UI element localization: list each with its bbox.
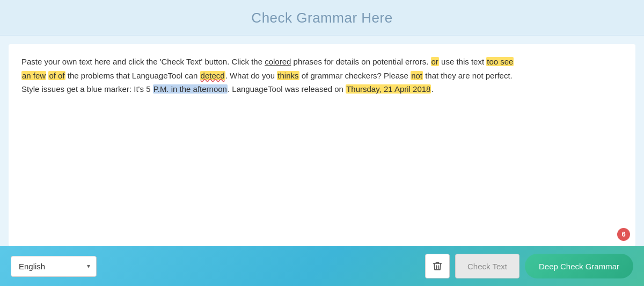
language-select-wrapper[interactable]: English German French Spanish Italian ▾ bbox=[11, 256, 97, 277]
highlight-detecd[interactable]: detecd bbox=[200, 71, 225, 80]
highlight-or[interactable]: or bbox=[431, 57, 439, 66]
trash-icon bbox=[432, 261, 443, 271]
highlight-of-of[interactable]: of of bbox=[48, 71, 65, 80]
grammar-text: Paste your own text here and click the '… bbox=[21, 55, 623, 96]
delete-button[interactable] bbox=[425, 254, 450, 278]
highlight-date[interactable]: Thursday, 21 April 2018 bbox=[346, 84, 431, 94]
deep-check-button[interactable]: Deep Check Grammar bbox=[525, 254, 633, 278]
text-area[interactable]: Paste your own text here and click the '… bbox=[9, 44, 635, 246]
highlight-too-see[interactable]: too see bbox=[486, 57, 514, 66]
highlight-an-few[interactable]: an few bbox=[21, 71, 46, 80]
toolbar-right: Check Text Deep Check Grammar bbox=[425, 254, 633, 278]
language-select[interactable]: English German French Spanish Italian bbox=[11, 256, 97, 277]
highlight-colored[interactable]: colored bbox=[265, 57, 291, 66]
highlight-not[interactable]: not bbox=[411, 71, 423, 80]
highlight-thinks[interactable]: thinks bbox=[277, 71, 299, 80]
highlight-pm-afternoon[interactable]: P.M. in the afternoon bbox=[153, 84, 228, 94]
error-count-badge: 6 bbox=[617, 228, 630, 241]
check-text-button[interactable]: Check Text bbox=[455, 254, 519, 278]
page-title: Check Grammar Here bbox=[0, 10, 644, 26]
header: Check Grammar Here bbox=[0, 0, 644, 35]
footer-toolbar: English German French Spanish Italian ▾ … bbox=[0, 246, 644, 286]
